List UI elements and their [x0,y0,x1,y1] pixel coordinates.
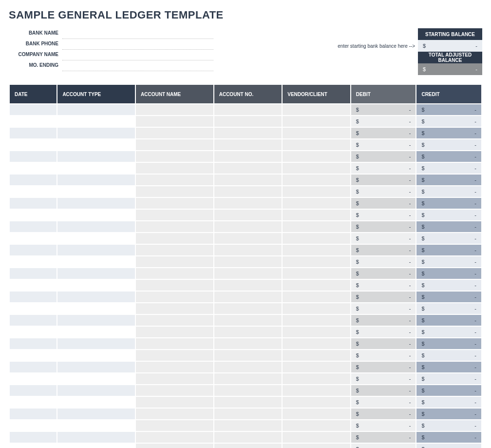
cell-date[interactable] [10,397,57,408]
cell-account-no[interactable] [214,128,282,138]
cell-credit[interactable]: $- [416,233,481,244]
cell-account-no[interactable] [214,116,282,127]
cell-account-type[interactable] [57,210,135,220]
cell-account-no[interactable] [214,385,282,396]
cell-vendor-client[interactable] [283,245,350,255]
cell-account-name[interactable] [136,175,213,185]
cell-debit[interactable]: $- [351,245,416,255]
cell-date[interactable] [10,221,57,232]
cell-account-type[interactable] [57,397,135,408]
cell-date[interactable] [10,292,57,302]
cell-account-name[interactable] [136,350,213,361]
cell-account-type[interactable] [57,432,135,443]
cell-debit[interactable]: $- [351,420,416,431]
cell-account-name[interactable] [136,221,213,232]
cell-account-name[interactable] [136,210,213,220]
cell-account-type[interactable] [57,245,135,255]
cell-vendor-client[interactable] [283,315,350,326]
cell-account-type[interactable] [57,104,135,115]
cell-debit[interactable]: $- [351,163,416,174]
cell-date[interactable] [10,163,57,174]
cell-credit[interactable]: $- [416,385,481,396]
cell-account-name[interactable] [136,432,213,443]
cell-account-no[interactable] [214,186,282,197]
cell-account-type[interactable] [57,350,135,361]
cell-credit[interactable]: $- [416,268,481,279]
cell-date[interactable] [10,139,57,150]
cell-account-name[interactable] [136,338,213,349]
cell-account-type[interactable] [57,444,135,448]
cell-account-name[interactable] [136,116,213,127]
cell-debit[interactable]: $- [351,444,416,448]
cell-account-name[interactable] [136,373,213,384]
cell-account-no[interactable] [214,221,282,232]
cell-account-no[interactable] [214,315,282,326]
cell-account-type[interactable] [57,373,135,384]
cell-date[interactable] [10,385,57,396]
cell-vendor-client[interactable] [283,292,350,302]
cell-vendor-client[interactable] [283,198,350,209]
cell-date[interactable] [10,315,57,326]
cell-debit[interactable]: $- [351,350,416,361]
cell-vendor-client[interactable] [283,186,350,197]
cell-vendor-client[interactable] [283,210,350,220]
cell-date[interactable] [10,233,57,244]
cell-account-name[interactable] [136,327,213,337]
cell-account-type[interactable] [57,268,135,279]
cell-account-type[interactable] [57,338,135,349]
cell-vendor-client[interactable] [283,385,350,396]
cell-account-name[interactable] [136,303,213,314]
cell-account-name[interactable] [136,444,213,448]
cell-date[interactable] [10,409,57,419]
cell-date[interactable] [10,338,57,349]
cell-date[interactable] [10,444,57,448]
cell-debit[interactable]: $- [351,151,416,162]
cell-debit[interactable]: $- [351,327,416,337]
cell-date[interactable] [10,420,57,431]
cell-account-name[interactable] [136,280,213,291]
cell-account-name[interactable] [136,128,213,138]
cell-credit[interactable]: $- [416,315,481,326]
cell-vendor-client[interactable] [283,280,350,291]
cell-vendor-client[interactable] [283,338,350,349]
cell-vendor-client[interactable] [283,362,350,372]
cell-credit[interactable]: $- [416,163,481,174]
cell-vendor-client[interactable] [283,233,350,244]
cell-account-name[interactable] [136,409,213,419]
cell-account-no[interactable] [214,373,282,384]
cell-credit[interactable]: $- [416,432,481,443]
cell-account-no[interactable] [214,409,282,419]
cell-date[interactable] [10,256,57,267]
cell-account-no[interactable] [214,151,282,162]
cell-credit[interactable]: $- [416,245,481,255]
cell-credit[interactable]: $- [416,198,481,209]
cell-debit[interactable]: $- [351,409,416,419]
cell-account-no[interactable] [214,397,282,408]
cell-account-no[interactable] [214,139,282,150]
cell-credit[interactable]: $- [416,186,481,197]
cell-credit[interactable]: $- [416,116,481,127]
cell-account-no[interactable] [214,256,282,267]
cell-account-no[interactable] [214,198,282,209]
cell-date[interactable] [10,432,57,443]
cell-debit[interactable]: $- [351,385,416,396]
cell-account-no[interactable] [214,280,282,291]
cell-debit[interactable]: $- [351,104,416,115]
cell-vendor-client[interactable] [283,256,350,267]
cell-credit[interactable]: $- [416,420,481,431]
cell-date[interactable] [10,280,57,291]
cell-debit[interactable]: $- [351,303,416,314]
cell-account-name[interactable] [136,163,213,174]
cell-account-name[interactable] [136,397,213,408]
bank-name-input[interactable] [62,28,213,39]
cell-account-type[interactable] [57,327,135,337]
cell-account-name[interactable] [136,256,213,267]
cell-vendor-client[interactable] [283,373,350,384]
cell-account-type[interactable] [57,292,135,302]
cell-debit[interactable]: $- [351,397,416,408]
cell-account-name[interactable] [136,292,213,302]
cell-credit[interactable]: $- [416,362,481,372]
cell-account-name[interactable] [136,151,213,162]
cell-vendor-client[interactable] [283,409,350,419]
cell-account-name[interactable] [136,420,213,431]
